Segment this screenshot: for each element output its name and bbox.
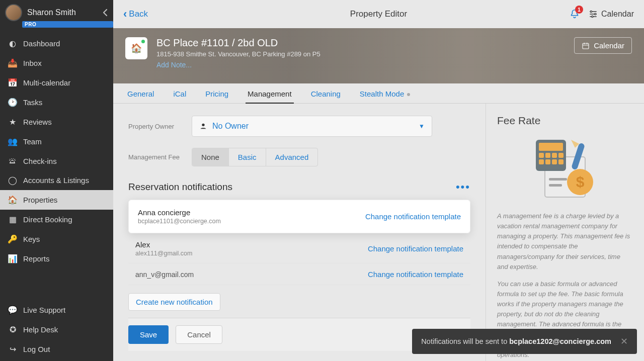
- sidebar-item-label: Dashboard: [23, 39, 60, 48]
- property-icon: 🏠: [125, 37, 147, 59]
- change-template-link[interactable]: Change notification template: [368, 244, 463, 253]
- notifications-menu-button[interactable]: •••: [456, 185, 470, 190]
- sidebar-item-checkins[interactable]: 🛎Check-ins: [0, 151, 113, 170]
- calendar-settings-icon: [588, 10, 598, 19]
- notification-email: bcplace1101@concierge.com: [138, 218, 221, 225]
- toast-close-button[interactable]: ✕: [620, 336, 628, 347]
- svg-rect-11: [545, 153, 550, 158]
- svg-rect-10: [539, 153, 544, 158]
- tab-stealth[interactable]: Stealth Mode: [360, 89, 410, 103]
- bell-icon: 🛎: [7, 156, 18, 165]
- sidebar-item-properties[interactable]: 🏠Properties: [0, 190, 113, 210]
- svg-marker-21: [571, 140, 579, 148]
- back-button[interactable]: ‹ Back: [123, 8, 148, 21]
- notification-name: Anna concierge: [138, 208, 221, 217]
- help-icon: ✪: [7, 325, 18, 334]
- tab-general[interactable]: General: [127, 89, 154, 103]
- fee-option-none[interactable]: None: [192, 148, 228, 166]
- sidebar-item-team[interactable]: 👥Team: [0, 132, 113, 151]
- fee-option-basic[interactable]: Basic: [228, 148, 266, 166]
- sidebar-item-reviews[interactable]: ★Reviews: [0, 112, 113, 132]
- sidebar-item-live-support[interactable]: 💬Live Support: [0, 300, 113, 320]
- save-button[interactable]: Save: [128, 325, 169, 344]
- sidebar-item-label: Team: [23, 137, 42, 146]
- side-panel: Fee Rate $ A management: [486, 104, 644, 361]
- change-template-link[interactable]: Change notification template: [365, 212, 461, 221]
- tasks-icon: 🕑: [7, 98, 18, 107]
- fee-rate-illustration: $: [530, 136, 600, 201]
- svg-rect-6: [549, 178, 567, 180]
- user-profile[interactable]: Sharon Smith: [0, 0, 113, 22]
- sidebar-collapse-icon[interactable]: [102, 8, 108, 17]
- sidebar-item-accounts[interactable]: ◯Accounts & Listings: [0, 170, 113, 190]
- svg-point-0: [590, 11, 592, 12]
- notification-list: Anna concierge bcplace1101@concierge.com…: [128, 200, 470, 285]
- sidebar-item-multicalendar[interactable]: 📅Multi-calendar: [0, 73, 113, 93]
- tab-cleaning[interactable]: Cleaning: [311, 89, 341, 103]
- fee-label: Management Fee: [128, 153, 192, 161]
- content-area: Property Owner No Owner ▼ Management Fee…: [113, 104, 486, 361]
- tab-label: Stealth Mode: [360, 89, 404, 98]
- user-name: Sharon Smith: [27, 8, 76, 17]
- nav-secondary: 💬Live Support ✪Help Desk ↪Log Out: [0, 300, 113, 361]
- home-icon: 🏠: [7, 195, 18, 205]
- cancel-button[interactable]: Cancel: [176, 325, 222, 344]
- person-icon: [199, 122, 207, 130]
- svg-rect-13: [558, 153, 564, 158]
- inbox-icon: 📥: [7, 58, 18, 68]
- toast-notification: Notifications will be sent to bcplace120…: [412, 329, 637, 354]
- sidebar-item-inbox[interactable]: 📥Inbox: [0, 53, 113, 73]
- tab-ical[interactable]: iCal: [173, 89, 186, 103]
- fee-segmented-control: None Basic Advanced: [192, 148, 318, 166]
- user-circle-icon: ◯: [7, 175, 18, 185]
- svg-rect-15: [545, 159, 550, 164]
- sidebar-item-direct-booking[interactable]: ▦Direct Booking: [0, 210, 113, 229]
- fee-option-advanced[interactable]: Advanced: [266, 148, 318, 166]
- sidebar-item-keys[interactable]: 🔑Keys: [0, 229, 113, 249]
- svg-rect-17: [558, 159, 564, 164]
- svg-rect-9: [539, 143, 563, 151]
- chevron-left-icon: ‹: [123, 8, 127, 21]
- calendar-label: Calendar: [601, 10, 634, 19]
- sidebar-item-label: Multi-calendar: [23, 78, 70, 87]
- gauge-icon: ◐: [7, 39, 18, 48]
- page-title: Property Editor: [113, 9, 644, 19]
- notifications-button[interactable]: 1: [569, 9, 580, 20]
- notification-item[interactable]: Alex alex111@gmail.com Change notificati…: [128, 234, 470, 263]
- notification-item[interactable]: ann_v@gmail.com Change notification temp…: [128, 263, 470, 285]
- add-note-link[interactable]: Add Note...: [156, 61, 320, 69]
- sidebar-item-log-out[interactable]: ↪Log Out: [0, 339, 113, 359]
- owner-select[interactable]: No Owner ▼: [192, 116, 432, 137]
- sidebar-item-label: Inbox: [23, 59, 42, 67]
- sidebar-item-dashboard[interactable]: ◐Dashboard: [0, 34, 113, 53]
- sidebar-item-reports[interactable]: 📊Reports: [0, 249, 113, 268]
- change-template-link[interactable]: Change notification template: [368, 270, 463, 279]
- property-title: BC Place #1101 / 2bd OLD: [156, 37, 320, 49]
- tab-management[interactable]: Management: [248, 89, 292, 103]
- notification-email: alex111@gmail.com: [135, 250, 192, 257]
- owner-value: No Owner: [212, 122, 249, 131]
- logout-icon: ↪: [7, 344, 18, 354]
- notification-count-badge: 1: [575, 6, 583, 14]
- owner-label: Property Owner: [128, 123, 192, 130]
- key-icon: 🔑: [7, 234, 18, 244]
- tab-pricing[interactable]: Pricing: [205, 89, 228, 103]
- calendar-icon: [582, 42, 590, 50]
- sidebar-item-help-desk[interactable]: ✪Help Desk: [0, 320, 113, 339]
- status-dot: [141, 40, 145, 43]
- notification-item[interactable]: Anna concierge bcplace1101@concierge.com…: [128, 200, 470, 233]
- notification-name: Alex: [135, 240, 192, 249]
- svg-rect-14: [539, 159, 544, 164]
- sidebar-item-label: Help Desk: [23, 325, 58, 334]
- sidebar-item-label: Live Support: [23, 306, 65, 314]
- svg-point-2: [592, 16, 593, 17]
- create-notification-button[interactable]: Create new notification: [128, 293, 220, 311]
- sidebar-item-tasks[interactable]: 🕑Tasks: [0, 93, 113, 112]
- calendar-link[interactable]: Calendar: [588, 10, 634, 19]
- avatar: [5, 4, 22, 21]
- svg-rect-12: [552, 153, 557, 158]
- property-address: 1815-938 Smithe St. Vancouver, BC Parkin…: [156, 50, 320, 58]
- calendar-button-label: Calendar: [594, 41, 624, 50]
- property-calendar-button[interactable]: Calendar: [574, 37, 632, 54]
- sidebar-item-label: Check-ins: [23, 157, 57, 165]
